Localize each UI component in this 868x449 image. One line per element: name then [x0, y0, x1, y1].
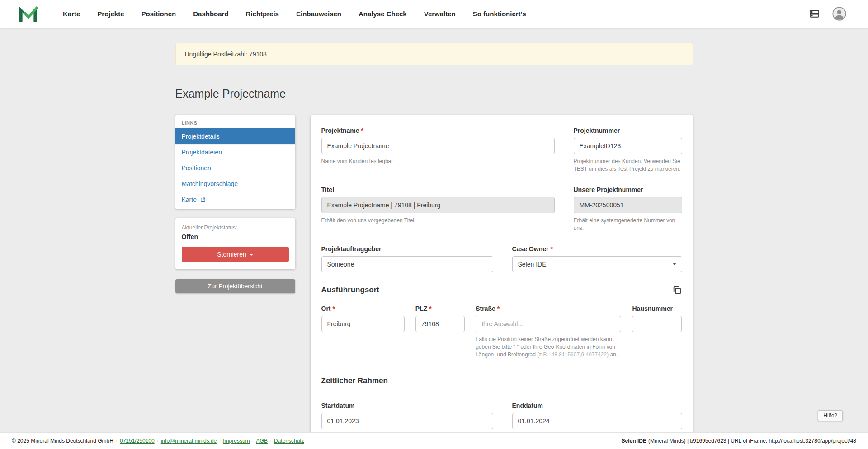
nav-item-verwalten[interactable]: Verwalten	[424, 10, 456, 18]
ort-label: Ort*	[321, 305, 405, 312]
project-details-form: Projektname* Name vom Kunden festlegbar …	[311, 115, 693, 448]
impressum-link[interactable]: Impressum	[223, 438, 250, 444]
top-navbar: Karte Projekte Positionen Dashboard Rich…	[0, 0, 868, 28]
postcode-warning-alert: Ungültige Postleitzahl: 79108	[175, 43, 693, 65]
nav-item-analyse-check[interactable]: Analyse Check	[359, 10, 407, 18]
nav-item-positionen[interactable]: Positionen	[142, 10, 176, 18]
copyright-text: © 2025 Mineral Minds Deutschland GmbH	[12, 438, 113, 444]
copy-icon[interactable]	[672, 285, 682, 295]
nav-item-einbauweisen[interactable]: Einbauweisen	[296, 10, 341, 18]
strasse-label: Straße*	[476, 305, 621, 312]
nav-item-karte[interactable]: Karte	[63, 10, 80, 18]
case-owner-selected-value: Selen IDE	[518, 261, 547, 268]
case-owner-label: Case Owner*	[512, 245, 682, 253]
titel-label: Titel	[321, 186, 555, 193]
case-owner-select[interactable]: Selen IDE	[512, 256, 682, 272]
ausfuehrungsort-heading: Ausführungsort	[321, 285, 379, 295]
footer-left: © 2025 Mineral Minds Deutschland GmbH·07…	[12, 438, 304, 444]
server-icon[interactable]	[808, 9, 821, 19]
sidebar-item-matchingvorschlaege[interactable]: Matchingvorschläge	[175, 176, 295, 192]
required-marker: *	[497, 305, 500, 312]
required-marker: *	[429, 305, 431, 312]
footer-session-info: Selen IDE(Mineral Minds) | b91695ed7623 …	[622, 438, 856, 444]
back-to-projects-button[interactable]: Zur Projektübersicht	[175, 279, 295, 293]
strasse-help: Falls die Position keiner Straße zugeord…	[476, 336, 621, 359]
plz-label: PLZ*	[415, 305, 465, 312]
footer-session-details: (Mineral Minds) | b91695ed7623 | URL of …	[648, 438, 856, 444]
sidebar-item-karte-label: Karte	[182, 196, 197, 203]
required-marker: *	[361, 127, 363, 134]
nav-item-projekte[interactable]: Projekte	[97, 10, 124, 18]
project-status-card: Aktueller Projektstatus: Offen Storniere…	[175, 218, 295, 269]
footer-separator: ·	[252, 438, 254, 444]
projektname-input[interactable]	[321, 138, 555, 154]
main-navigation: Karte Projekte Positionen Dashboard Rich…	[63, 10, 526, 18]
strasse-help-example: (z.B.: 48.8115607,9.4077422)	[537, 351, 609, 358]
projektname-label: Projektname*	[321, 127, 555, 134]
stornieren-button-label: Stornieren	[217, 251, 246, 258]
page-container: Ungültige Postleitzahl: 79108 Example Pr…	[175, 43, 693, 449]
enddatum-label: Enddatum	[512, 402, 682, 409]
ort-label-text: Ort	[321, 305, 331, 312]
required-marker: *	[550, 245, 552, 253]
projektauftraggeber-input[interactable]	[321, 256, 493, 272]
footer-separator: ·	[157, 438, 159, 444]
zeitlicher-rahmen-heading: Zeitlicher Rahmen	[321, 376, 682, 391]
projektnummer-input[interactable]	[574, 138, 682, 154]
hausnummer-input[interactable]	[632, 316, 682, 332]
project-status-label: Aktueller Projektstatus:	[182, 224, 289, 231]
phone-link[interactable]: 07151/250100	[120, 438, 155, 444]
agb-link[interactable]: AGB	[256, 438, 268, 444]
nav-item-dashboard[interactable]: Dashboard	[193, 10, 228, 18]
required-marker: *	[333, 305, 335, 312]
chevron-down-icon	[250, 254, 253, 256]
nav-item-richtpreis[interactable]: Richtpreis	[246, 10, 279, 18]
footer: © 2025 Mineral Minds Deutschland GmbH·07…	[0, 432, 868, 449]
startdatum-label: Startdatum	[321, 402, 493, 409]
external-link-icon	[200, 197, 206, 203]
plz-input[interactable]	[415, 316, 465, 332]
projektauftraggeber-label: Projektauftraggeber	[321, 245, 493, 253]
sidebar: LINKS Projektdetails Projektdateien Posi…	[175, 115, 295, 293]
unsere-projektnummer-input	[574, 197, 682, 213]
footer-separator: ·	[270, 438, 272, 444]
hausnummer-label: Hausnummer	[632, 305, 682, 312]
help-button[interactable]: Hilfe?	[818, 410, 843, 421]
enddatum-input[interactable]	[512, 413, 682, 429]
strasse-label-text: Straße	[476, 305, 495, 312]
strasse-help-suffix: an.	[610, 351, 618, 358]
user-avatar[interactable]	[832, 7, 846, 21]
projektname-label-text: Projektname	[321, 127, 359, 134]
startdatum-input[interactable]	[321, 413, 493, 429]
footer-user-name: Selen IDE	[622, 438, 646, 444]
strasse-input[interactable]	[476, 316, 621, 332]
case-owner-label-text: Case Owner	[512, 245, 549, 253]
project-status-value: Offen	[182, 233, 289, 240]
sidebar-item-projektdetails[interactable]: Projektdetails	[175, 128, 295, 144]
sidebar-item-positionen[interactable]: Positionen	[175, 160, 295, 176]
nav-item-so-funktionierts[interactable]: So funktioniert's	[473, 10, 526, 18]
plz-label-text: PLZ	[415, 305, 427, 312]
ort-input[interactable]	[321, 316, 405, 332]
projektname-help: Name vom Kunden festlegbar	[321, 158, 555, 165]
unsere-projektnummer-label: Unsere Projektnummer	[574, 186, 682, 193]
titel-help: Erhält den von uns vorgegebenen Titel.	[321, 217, 555, 224]
datenschutz-link[interactable]: Datenschutz	[274, 438, 304, 444]
chevron-down-icon	[673, 263, 676, 265]
sidebar-links-card: LINKS Projektdetails Projektdateien Posi…	[175, 115, 295, 209]
projektnummer-help: Projektnummer des Kunden. Verwenden Sie …	[574, 158, 682, 173]
projektnummer-label: Projektnummer	[574, 127, 682, 134]
mineral-minds-logo[interactable]	[18, 5, 38, 23]
unsere-projektnummer-help: Erhält eine systemgenerierte Nummer von …	[574, 217, 682, 233]
title-divider	[175, 107, 693, 107]
sidebar-item-projektdateien[interactable]: Projektdateien	[175, 144, 295, 160]
page-title: Example Projectname	[175, 87, 693, 100]
stornieren-button[interactable]: Stornieren	[182, 247, 289, 262]
logo-icon	[18, 5, 38, 23]
links-header: LINKS	[175, 115, 295, 128]
email-link[interactable]: info@mineral-minds.de	[161, 438, 217, 444]
sidebar-item-karte[interactable]: Karte	[175, 192, 295, 207]
footer-separator: ·	[116, 438, 118, 444]
titel-input	[321, 197, 555, 213]
footer-separator: ·	[219, 438, 221, 444]
